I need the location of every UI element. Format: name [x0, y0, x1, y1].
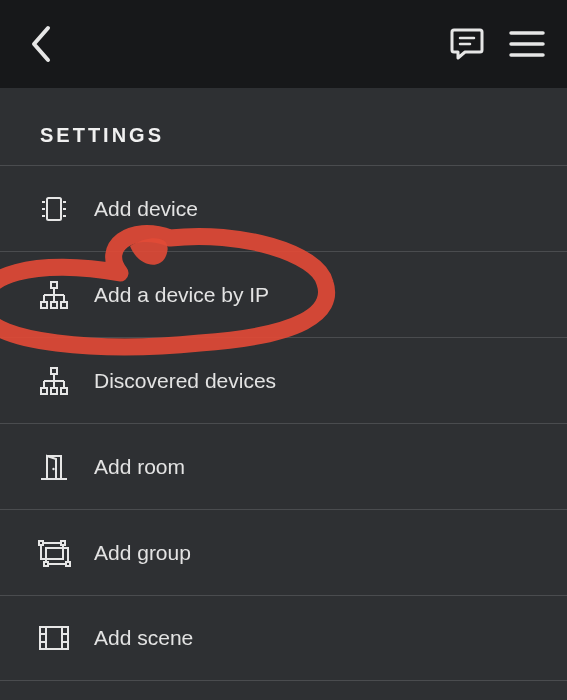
- svg-rect-24: [61, 388, 67, 394]
- hamburger-icon: [509, 29, 545, 59]
- svg-rect-37: [61, 541, 65, 545]
- svg-rect-36: [39, 541, 43, 545]
- row-add-room[interactable]: Add room: [0, 423, 567, 509]
- svg-rect-12: [51, 282, 57, 288]
- svg-rect-14: [51, 302, 57, 308]
- svg-rect-13: [41, 302, 47, 308]
- header-left: [28, 24, 56, 64]
- svg-rect-21: [51, 368, 57, 374]
- chat-icon: [449, 25, 487, 63]
- row-add-device[interactable]: Add device: [0, 165, 567, 251]
- svg-rect-34: [41, 543, 63, 559]
- scene-icon: [36, 620, 72, 656]
- page-title: SETTINGS: [0, 88, 567, 165]
- svg-rect-5: [47, 198, 61, 220]
- svg-rect-38: [44, 562, 48, 566]
- chevron-left-icon: [28, 24, 56, 64]
- row-add-device-by-ip[interactable]: Add a device by IP: [0, 251, 567, 337]
- row-label: Add scene: [94, 626, 193, 650]
- row-label: Discovered devices: [94, 369, 276, 393]
- header-right: [449, 25, 545, 63]
- network-icon: [36, 363, 72, 399]
- svg-point-33: [52, 467, 54, 469]
- app-header: [0, 0, 567, 88]
- svg-rect-23: [51, 388, 57, 394]
- svg-marker-32: [47, 456, 56, 479]
- device-icon: [36, 191, 72, 227]
- svg-rect-40: [40, 627, 68, 649]
- row-label: Add room: [94, 455, 185, 479]
- svg-rect-31: [47, 456, 61, 479]
- comments-button[interactable]: [449, 25, 487, 63]
- svg-rect-39: [66, 562, 70, 566]
- settings-list: Add device Add a device by IP: [0, 165, 567, 681]
- row-discovered-devices[interactable]: Discovered devices: [0, 337, 567, 423]
- svg-rect-35: [46, 548, 68, 564]
- svg-rect-15: [61, 302, 67, 308]
- row-add-scene[interactable]: Add scene: [0, 595, 567, 681]
- back-button[interactable]: [28, 24, 56, 64]
- svg-rect-22: [41, 388, 47, 394]
- group-icon: [36, 535, 72, 571]
- door-icon: [36, 449, 72, 485]
- network-icon: [36, 277, 72, 313]
- row-label: Add a device by IP: [94, 283, 269, 307]
- row-add-group[interactable]: Add group: [0, 509, 567, 595]
- menu-button[interactable]: [509, 29, 545, 59]
- row-label: Add device: [94, 197, 198, 221]
- row-label: Add group: [94, 541, 191, 565]
